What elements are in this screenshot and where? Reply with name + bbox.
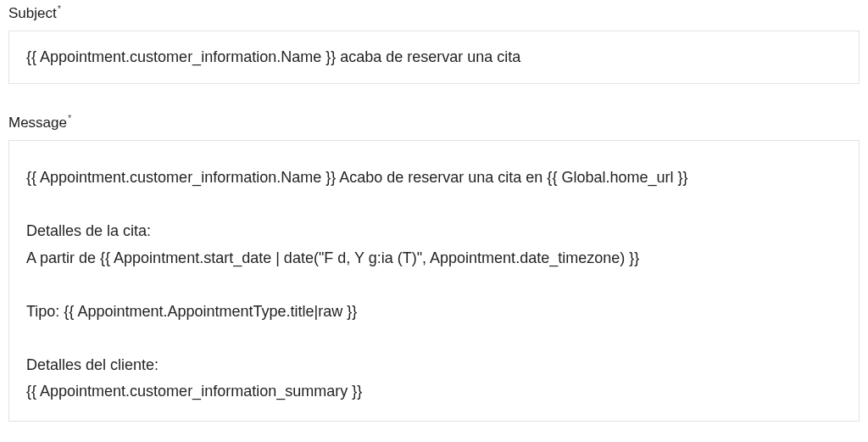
subject-label: Subject *: [8, 5, 860, 22]
subject-required-star: *: [58, 3, 61, 14]
message-field-block: Message * {{ Appointment.customer_inform…: [8, 115, 860, 422]
message-label-text: Message: [8, 115, 67, 131]
subject-field-block: Subject *: [8, 5, 860, 84]
message-required-star: *: [68, 113, 71, 123]
subject-input[interactable]: [8, 31, 860, 84]
message-input[interactable]: {{ Appointment.customer_information.Name…: [8, 140, 860, 422]
message-label: Message *: [8, 115, 860, 131]
subject-label-text: Subject: [8, 5, 57, 22]
